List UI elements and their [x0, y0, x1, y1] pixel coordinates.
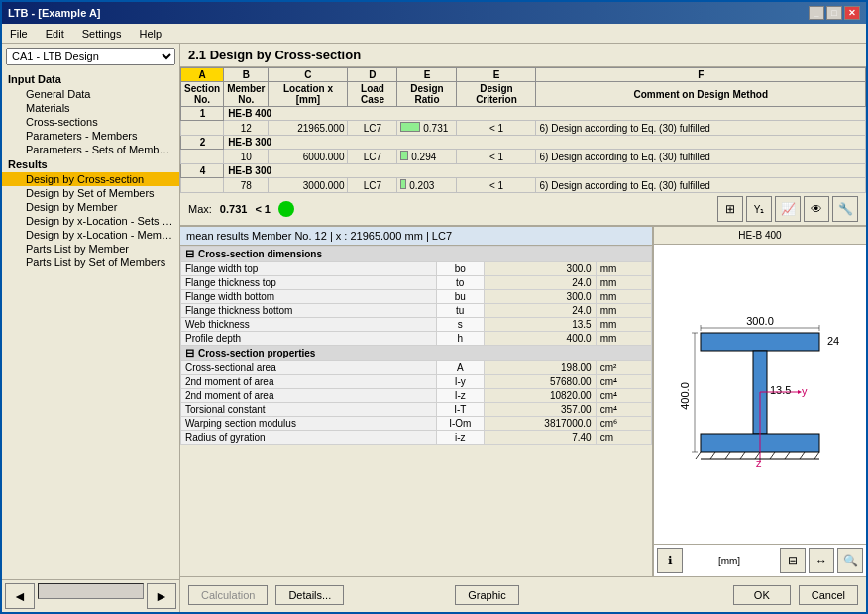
sidebar-item-materials[interactable]: Materials: [2, 101, 179, 115]
load-case: LC7: [348, 178, 397, 193]
maximize-button[interactable]: □: [826, 6, 842, 20]
max-value: 0.731: [220, 203, 248, 215]
sidebar: CA1 - LTB Design Input Data General Data…: [2, 44, 180, 612]
minimize-button[interactable]: _: [809, 6, 824, 20]
table-row[interactable]: 10 6000.000 LC7 0.294 < 1 6) Design acco…: [181, 150, 866, 164]
print-button[interactable]: 🔍: [837, 548, 863, 573]
sidebar-next-button[interactable]: ►: [147, 583, 176, 609]
svg-line-25: [814, 452, 819, 459]
table-row[interactable]: 4 HE-B 300: [181, 164, 866, 178]
svg-text:300.0: 300.0: [746, 315, 774, 327]
max-label: Max:: [188, 203, 212, 215]
list-item: Flange width bottom bu 300.0 mm: [181, 290, 652, 304]
menu-edit[interactable]: Edit: [42, 27, 68, 41]
graphic-content: 300.0 400.0: [654, 245, 866, 544]
sidebar-item-design-x-sets[interactable]: Design by x-Location - Sets of M: [2, 214, 179, 228]
sidebar-item-parameters-members[interactable]: Parameters - Members: [2, 129, 179, 143]
table-row[interactable]: 12 21965.000 LC7 0.731 < 1 6) Design acc…: [181, 121, 866, 136]
zoom-out-button[interactable]: ⊟: [780, 548, 806, 573]
section-label: HE-B 400: [224, 107, 866, 121]
right-panel: 2.1 Design by Cross-section A B C D E E: [180, 44, 866, 612]
main-window: LTB - [Example A] _ □ ✕ File Edit Settin…: [0, 0, 868, 614]
filter-icon-button[interactable]: Y₁: [746, 196, 772, 222]
section-label: HE-B 300: [224, 136, 866, 150]
details-button[interactable]: Details...: [275, 585, 344, 605]
tree-group-results: Results: [2, 156, 179, 172]
table-row[interactable]: 2 HE-B 300: [181, 136, 866, 150]
unit-label: [mm]: [718, 556, 740, 566]
sub-header-load: Load Case: [348, 82, 397, 107]
zoom-in-button[interactable]: ↔: [809, 548, 834, 573]
comment: 6) Design according to Eq. (30) fulfille…: [536, 121, 866, 136]
sidebar-item-general-data[interactable]: General Data: [2, 87, 179, 101]
table-area: A B C D E E F Section No. Member No.: [180, 67, 866, 227]
design-case-select[interactable]: CA1 - LTB Design: [6, 48, 175, 65]
sub-header-criterion: Design Criterion: [457, 82, 536, 107]
location: 3000.000: [269, 178, 348, 193]
sidebar-item-design-member[interactable]: Design by Member: [2, 200, 179, 214]
menu-bar: File Edit Settings Help: [2, 24, 866, 44]
eye-icon-button[interactable]: 👁: [804, 196, 829, 222]
max-row: Max: 0.731 < 1 ⊞ Y₁ 📈 👁 🔧: [180, 193, 866, 226]
sidebar-item-design-set-members[interactable]: Design by Set of Members: [2, 186, 179, 200]
sidebar-dropdown[interactable]: CA1 - LTB Design: [6, 48, 175, 65]
location: 21965.000: [269, 121, 348, 136]
svg-text:400.0: 400.0: [681, 382, 691, 410]
details-content: ⊟Cross-section dimensions Flange width t…: [180, 246, 652, 576]
sidebar-item-parts-set[interactable]: Parts List by Set of Members: [2, 256, 179, 269]
menu-settings[interactable]: Settings: [78, 27, 126, 41]
svg-line-20: [740, 452, 745, 459]
table-icon-button[interactable]: ⊞: [717, 196, 743, 222]
graphic-button[interactable]: Graphic: [455, 585, 519, 605]
menu-help[interactable]: Help: [135, 27, 165, 41]
list-item: Torsional constant I-T 357.00 cm⁴: [181, 403, 652, 417]
comment: 6) Design according to Eq. (30) fulfille…: [536, 178, 866, 193]
max-toolbar: ⊞ Y₁ 📈 👁 🔧: [717, 196, 858, 222]
member-no: 78: [224, 178, 269, 193]
table-row[interactable]: 1 HE-B 400: [181, 107, 866, 121]
load-case: LC7: [348, 121, 397, 136]
settings-icon-button[interactable]: 🔧: [832, 196, 858, 222]
table-row[interactable]: 78 3000.000 LC7 0.203 < 1 6) Design acco…: [181, 178, 866, 193]
design-ratio: 0.731: [397, 121, 457, 136]
design-ratio: 0.203: [397, 178, 457, 193]
sidebar-prev-button[interactable]: ◄: [5, 583, 35, 609]
svg-line-24: [800, 452, 805, 459]
window-title: LTB - [Example A]: [8, 7, 101, 19]
criterion: < 1: [457, 121, 536, 136]
svg-line-23: [785, 452, 790, 459]
sidebar-item-parts-member[interactable]: Parts List by Member: [2, 242, 179, 256]
col-header-b: B: [224, 68, 269, 82]
calculation-button[interactable]: Calculation: [188, 585, 268, 605]
sidebar-scrollbar[interactable]: [38, 583, 144, 599]
sidebar-item-cross-sections[interactable]: Cross-sections: [2, 115, 179, 129]
sidebar-item-parameters-sets[interactable]: Parameters - Sets of Members: [2, 143, 179, 156]
member-no: 12: [224, 121, 269, 136]
sidebar-item-design-x-members[interactable]: Design by x-Location - Member: [2, 228, 179, 242]
section-collapse-dimensions[interactable]: ⊟Cross-section dimensions: [181, 247, 652, 262]
max-criterion: < 1: [255, 203, 271, 215]
row-num: 1: [181, 107, 224, 121]
list-item: Warping section modulus I-Om 3817000.0 c…: [181, 417, 652, 431]
cancel-button[interactable]: Cancel: [799, 585, 858, 605]
section-collapse-properties[interactable]: ⊟Cross-section properties: [181, 346, 652, 361]
chart-icon-button[interactable]: 📈: [775, 196, 801, 222]
sidebar-item-design-cross-section[interactable]: Design by Cross-section: [2, 172, 179, 186]
menu-file[interactable]: File: [6, 27, 32, 41]
sidebar-tree: Input Data General Data Materials Cross-…: [2, 69, 179, 579]
list-item: Radius of gyration i-z 7.40 cm: [181, 431, 652, 445]
max-indicator: [278, 201, 294, 217]
criterion: < 1: [457, 150, 536, 164]
col-header-f: F: [536, 68, 866, 82]
title-bar: LTB - [Example A] _ □ ✕: [2, 2, 866, 24]
bottom-section: mean results Member No. 12 | x : 21965.0…: [180, 227, 866, 576]
section-title: 2.1 Design by Cross-section: [180, 44, 866, 67]
close-button[interactable]: ✕: [844, 6, 860, 20]
criterion: < 1: [457, 178, 536, 193]
sidebar-bottom: ◄ ►: [2, 579, 179, 612]
info-icon-button[interactable]: ℹ: [657, 548, 683, 573]
svg-line-19: [725, 452, 730, 459]
row-num: 4: [181, 164, 224, 178]
graphic-title: HE-B 400: [654, 227, 866, 245]
ok-button[interactable]: OK: [733, 585, 791, 605]
